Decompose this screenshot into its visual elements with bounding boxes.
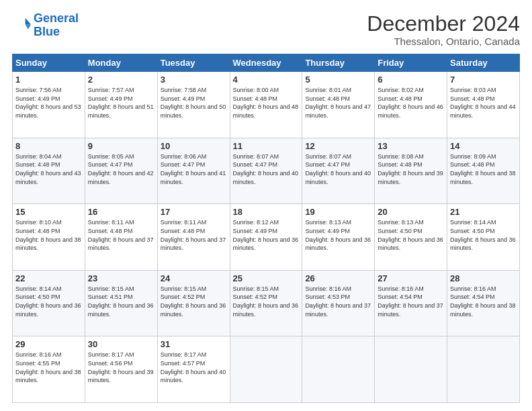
- day-info: Sunrise: 8:14 AMSunset: 4:50 PMDaylight:…: [450, 218, 517, 252]
- header-wednesday: Wednesday: [230, 54, 302, 72]
- day-info: Sunrise: 8:11 AMSunset: 4:48 PMDaylight:…: [161, 218, 227, 252]
- calendar-week-row: 1Sunrise: 7:56 AMSunset: 4:49 PMDaylight…: [13, 72, 520, 138]
- day-number: 19: [305, 207, 371, 217]
- day-info: Sunrise: 8:17 AMSunset: 4:57 PMDaylight:…: [161, 351, 227, 384]
- day-info: Sunrise: 8:13 AMSunset: 4:50 PMDaylight:…: [378, 218, 444, 252]
- day-info: Sunrise: 8:02 AMSunset: 4:48 PMDaylight:…: [378, 86, 444, 120]
- logo-text: General Blue: [34, 12, 79, 39]
- empty-cell: [302, 336, 375, 403]
- day-info: Sunrise: 8:14 AMSunset: 4:50 PMDaylight:…: [15, 285, 82, 318]
- header-tuesday: Tuesday: [157, 54, 230, 72]
- logo-icon: [12, 16, 31, 35]
- day-cell-9: 9Sunrise: 8:05 AMSunset: 4:47 PMDaylight…: [85, 138, 157, 204]
- day-cell-27: 27Sunrise: 8:16 AMSunset: 4:54 PMDayligh…: [375, 270, 447, 336]
- day-cell-24: 24Sunrise: 8:15 AMSunset: 4:52 PMDayligh…: [157, 270, 230, 336]
- svg-marker-1: [26, 24, 31, 29]
- month-title: December 2024: [367, 12, 520, 36]
- day-cell-13: 13Sunrise: 8:08 AMSunset: 4:48 PMDayligh…: [375, 138, 447, 204]
- day-number: 25: [233, 273, 300, 283]
- day-info: Sunrise: 8:08 AMSunset: 4:48 PMDaylight:…: [378, 152, 444, 186]
- location-subtitle: Thessalon, Ontario, Canada: [367, 36, 520, 47]
- day-cell-4: 4Sunrise: 8:00 AMSunset: 4:48 PMDaylight…: [230, 72, 302, 138]
- day-cell-22: 22Sunrise: 8:14 AMSunset: 4:50 PMDayligh…: [13, 270, 85, 336]
- weekday-header-row: Sunday Monday Tuesday Wednesday Thursday…: [13, 54, 520, 72]
- calendar-table: Sunday Monday Tuesday Wednesday Thursday…: [12, 54, 520, 403]
- day-number: 15: [15, 207, 82, 217]
- calendar-week-row: 15Sunrise: 8:10 AMSunset: 4:48 PMDayligh…: [13, 204, 520, 271]
- day-number: 29: [15, 339, 82, 349]
- day-info: Sunrise: 8:16 AMSunset: 4:55 PMDaylight:…: [15, 351, 82, 384]
- day-number: 5: [305, 75, 371, 85]
- day-info: Sunrise: 8:15 AMSunset: 4:51 PMDaylight:…: [88, 285, 154, 318]
- day-number: 13: [378, 141, 444, 151]
- day-number: 31: [161, 339, 227, 349]
- day-cell-7: 7Sunrise: 8:03 AMSunset: 4:48 PMDaylight…: [447, 72, 520, 138]
- day-cell-14: 14Sunrise: 8:09 AMSunset: 4:48 PMDayligh…: [447, 138, 520, 204]
- day-info: Sunrise: 8:17 AMSunset: 4:56 PMDaylight:…: [88, 351, 154, 384]
- day-number: 28: [450, 273, 517, 283]
- header-thursday: Thursday: [302, 54, 375, 72]
- day-info: Sunrise: 8:05 AMSunset: 4:47 PMDaylight:…: [88, 152, 154, 186]
- day-info: Sunrise: 8:06 AMSunset: 4:47 PMDaylight:…: [161, 152, 227, 186]
- day-number: 7: [450, 75, 517, 85]
- day-cell-15: 15Sunrise: 8:10 AMSunset: 4:48 PMDayligh…: [13, 204, 85, 271]
- day-info: Sunrise: 8:15 AMSunset: 4:52 PMDaylight:…: [233, 285, 300, 318]
- day-number: 3: [161, 75, 227, 85]
- day-info: Sunrise: 8:07 AMSunset: 4:47 PMDaylight:…: [233, 152, 300, 186]
- day-info: Sunrise: 8:12 AMSunset: 4:49 PMDaylight:…: [233, 218, 300, 252]
- day-cell-25: 25Sunrise: 8:15 AMSunset: 4:52 PMDayligh…: [230, 270, 302, 336]
- day-info: Sunrise: 8:16 AMSunset: 4:53 PMDaylight:…: [305, 285, 371, 318]
- day-number: 2: [88, 75, 154, 85]
- day-number: 9: [88, 141, 154, 151]
- day-number: 10: [161, 141, 227, 151]
- svg-marker-0: [26, 18, 31, 25]
- day-number: 21: [450, 207, 517, 217]
- day-number: 11: [233, 141, 300, 151]
- day-cell-31: 31Sunrise: 8:17 AMSunset: 4:57 PMDayligh…: [157, 336, 230, 403]
- day-cell-28: 28Sunrise: 8:16 AMSunset: 4:54 PMDayligh…: [447, 270, 520, 336]
- day-number: 14: [450, 141, 517, 151]
- day-number: 1: [15, 75, 82, 85]
- day-number: 23: [88, 273, 154, 283]
- day-number: 16: [88, 207, 154, 217]
- day-cell-1: 1Sunrise: 7:56 AMSunset: 4:49 PMDaylight…: [13, 72, 85, 138]
- day-number: 27: [378, 273, 444, 283]
- day-number: 12: [305, 141, 371, 151]
- calendar-week-row: 29Sunrise: 8:16 AMSunset: 4:55 PMDayligh…: [13, 336, 520, 403]
- logo-line1: General: [34, 11, 79, 25]
- day-info: Sunrise: 8:09 AMSunset: 4:48 PMDaylight:…: [450, 152, 517, 186]
- day-cell-8: 8Sunrise: 8:04 AMSunset: 4:48 PMDaylight…: [13, 138, 85, 204]
- day-number: 24: [161, 273, 227, 283]
- day-info: Sunrise: 8:04 AMSunset: 4:48 PMDaylight:…: [15, 152, 82, 186]
- header-saturday: Saturday: [447, 54, 520, 72]
- day-info: Sunrise: 8:07 AMSunset: 4:47 PMDaylight:…: [305, 152, 371, 186]
- day-number: 26: [305, 273, 371, 283]
- day-info: Sunrise: 7:57 AMSunset: 4:49 PMDaylight:…: [88, 86, 154, 120]
- day-cell-30: 30Sunrise: 8:17 AMSunset: 4:56 PMDayligh…: [85, 336, 157, 403]
- day-cell-2: 2Sunrise: 7:57 AMSunset: 4:49 PMDaylight…: [85, 72, 157, 138]
- calendar-week-row: 8Sunrise: 8:04 AMSunset: 4:48 PMDaylight…: [13, 138, 520, 204]
- day-cell-23: 23Sunrise: 8:15 AMSunset: 4:51 PMDayligh…: [85, 270, 157, 336]
- day-number: 30: [88, 339, 154, 349]
- empty-cell: [447, 336, 520, 403]
- day-number: 8: [15, 141, 82, 151]
- header: General Blue December 2024 Thessalon, On…: [12, 12, 520, 47]
- day-cell-19: 19Sunrise: 8:13 AMSunset: 4:49 PMDayligh…: [302, 204, 375, 271]
- empty-cell: [375, 336, 447, 403]
- calendar-week-row: 22Sunrise: 8:14 AMSunset: 4:50 PMDayligh…: [13, 270, 520, 336]
- day-info: Sunrise: 8:10 AMSunset: 4:48 PMDaylight:…: [15, 218, 82, 252]
- day-cell-16: 16Sunrise: 8:11 AMSunset: 4:48 PMDayligh…: [85, 204, 157, 271]
- header-friday: Friday: [375, 54, 447, 72]
- day-info: Sunrise: 8:01 AMSunset: 4:48 PMDaylight:…: [305, 86, 371, 120]
- day-info: Sunrise: 8:16 AMSunset: 4:54 PMDaylight:…: [450, 285, 517, 318]
- day-cell-6: 6Sunrise: 8:02 AMSunset: 4:48 PMDaylight…: [375, 72, 447, 138]
- day-cell-12: 12Sunrise: 8:07 AMSunset: 4:47 PMDayligh…: [302, 138, 375, 204]
- day-number: 4: [233, 75, 300, 85]
- day-info: Sunrise: 7:56 AMSunset: 4:49 PMDaylight:…: [15, 86, 82, 120]
- day-cell-26: 26Sunrise: 8:16 AMSunset: 4:53 PMDayligh…: [302, 270, 375, 336]
- day-info: Sunrise: 8:00 AMSunset: 4:48 PMDaylight:…: [233, 86, 300, 120]
- logo-line2: Blue: [34, 25, 60, 38]
- header-sunday: Sunday: [13, 54, 85, 72]
- day-info: Sunrise: 8:13 AMSunset: 4:49 PMDaylight:…: [305, 218, 371, 252]
- day-number: 22: [15, 273, 82, 283]
